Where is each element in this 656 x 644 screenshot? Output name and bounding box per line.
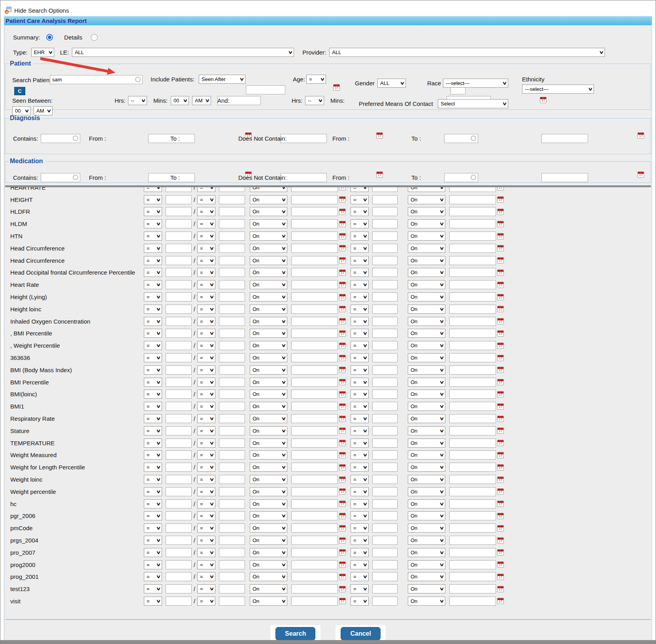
search-button[interactable]: Search [275, 627, 315, 640]
value-input[interactable] [372, 256, 398, 265]
value-operator-select[interactable]: =∨ [197, 536, 215, 545]
calendar-icon[interactable]: 17 [339, 343, 346, 349]
date-input[interactable] [291, 450, 338, 459]
value-input[interactable] [166, 207, 192, 216]
value-operator-select[interactable]: =∨ [144, 256, 162, 265]
date-input[interactable] [291, 232, 338, 241]
value-operator-select[interactable]: =∨ [144, 341, 162, 350]
date-mode-select[interactable]: On∨ [408, 256, 445, 265]
value-input[interactable] [372, 597, 398, 606]
date-mode-select[interactable]: On∨ [250, 280, 287, 289]
value-input[interactable] [166, 268, 192, 277]
value-input[interactable] [166, 244, 192, 253]
calendar-icon[interactable]: 17 [339, 488, 346, 495]
value-input[interactable] [372, 487, 398, 496]
date-input[interactable] [291, 185, 338, 192]
calendar-icon[interactable]: 17 [376, 171, 383, 178]
value-input[interactable] [166, 487, 192, 496]
date-input[interactable] [291, 244, 338, 253]
date-mode-select[interactable]: On∨ [250, 378, 287, 387]
date-mode-select[interactable]: On∨ [250, 244, 287, 253]
value-input[interactable] [219, 523, 245, 533]
value-operator-select[interactable]: =∨ [197, 402, 215, 411]
calendar-icon[interactable]: 17 [497, 525, 504, 531]
value-operator-select[interactable]: =∨ [197, 584, 215, 593]
date-mode-select[interactable]: On∨ [408, 305, 445, 314]
date-mode-select[interactable]: On∨ [408, 244, 445, 253]
date-input[interactable] [449, 463, 496, 472]
value-operator-select[interactable]: =∨ [144, 268, 162, 277]
date-input[interactable] [449, 219, 496, 228]
value-input[interactable] [372, 450, 398, 459]
calendar-icon[interactable]: 17 [497, 379, 504, 385]
calendar-icon[interactable]: 17 [497, 245, 504, 251]
date-mode-select[interactable]: On∨ [408, 584, 445, 593]
value-input[interactable] [372, 584, 398, 593]
date-mode-select[interactable]: On∨ [408, 463, 445, 472]
calendar-icon[interactable]: 17 [497, 574, 504, 580]
value-operator-select[interactable]: =∨ [351, 280, 369, 289]
calendar-icon[interactable]: 17 [497, 391, 504, 397]
value-input[interactable] [219, 487, 245, 496]
calendar-icon[interactable]: 17 [339, 379, 346, 385]
le-select[interactable]: ALL∨ [72, 48, 294, 57]
calendar-icon[interactable]: 17 [339, 561, 346, 568]
value-input[interactable] [166, 195, 192, 204]
date-input[interactable] [449, 560, 496, 569]
value-input[interactable] [219, 268, 245, 277]
value-input[interactable] [166, 341, 192, 350]
value-operator-select[interactable]: =∨ [351, 560, 369, 569]
value-input[interactable] [166, 402, 192, 411]
calendar-icon[interactable]: 17 [339, 513, 346, 519]
date-input[interactable] [449, 244, 496, 253]
calendar-icon[interactable]: 17 [339, 318, 346, 324]
value-input[interactable] [219, 317, 245, 326]
value-operator-select[interactable]: =∨ [144, 378, 162, 387]
value-input[interactable] [219, 207, 245, 216]
value-operator-select[interactable]: =∨ [144, 280, 162, 289]
calendar-icon[interactable]: 17 [497, 452, 504, 458]
value-operator-select[interactable]: =∨ [144, 475, 162, 484]
value-input[interactable] [372, 280, 398, 289]
value-operator-select[interactable]: =∨ [144, 353, 162, 362]
value-input[interactable] [219, 232, 245, 241]
calendar-icon[interactable]: 17 [497, 196, 504, 203]
value-input[interactable] [372, 499, 398, 508]
calendar-icon[interactable]: 17 [339, 574, 346, 580]
value-operator-select[interactable]: =∨ [197, 390, 215, 399]
calendar-icon[interactable]: 17 [497, 501, 504, 507]
mins-select-2[interactable]: 00∨ [12, 106, 30, 115]
value-input[interactable] [219, 536, 245, 545]
value-input[interactable] [219, 341, 245, 350]
value-operator-select[interactable]: =∨ [351, 390, 369, 399]
value-operator-select[interactable]: =∨ [197, 280, 215, 289]
value-operator-select[interactable]: =∨ [144, 207, 162, 216]
value-input[interactable] [166, 560, 192, 569]
calendar-icon[interactable]: 17 [339, 452, 346, 458]
value-operator-select[interactable]: =∨ [197, 353, 215, 362]
date-input[interactable] [449, 207, 496, 216]
calendar-icon[interactable]: 17 [339, 185, 346, 190]
value-operator-select[interactable]: =∨ [197, 378, 215, 387]
calendar-icon[interactable]: 17 [339, 501, 346, 507]
calendar-icon[interactable]: 17 [339, 196, 346, 203]
calendar-icon[interactable]: 17 [497, 257, 504, 264]
value-input[interactable] [219, 378, 245, 387]
value-operator-select[interactable]: =∨ [197, 597, 215, 606]
value-input[interactable] [166, 463, 192, 472]
date-input[interactable] [291, 317, 338, 326]
value-operator-select[interactable]: =∨ [351, 511, 369, 520]
value-operator-select[interactable]: =∨ [351, 572, 369, 581]
date-mode-select[interactable]: On∨ [250, 426, 287, 435]
calendar-icon[interactable]: 17 [339, 269, 346, 276]
value-operator-select[interactable]: =∨ [144, 390, 162, 399]
mins-select[interactable]: 00∨ [171, 96, 189, 105]
value-operator-select[interactable]: =∨ [144, 523, 162, 533]
value-operator-select[interactable]: =∨ [144, 414, 162, 423]
value-operator-select[interactable]: =∨ [144, 185, 162, 192]
date-input[interactable] [449, 499, 496, 508]
date-input[interactable] [291, 365, 338, 375]
value-input[interactable] [372, 268, 398, 277]
value-operator-select[interactable]: =∨ [351, 292, 369, 301]
value-operator-select[interactable]: =∨ [197, 572, 215, 581]
